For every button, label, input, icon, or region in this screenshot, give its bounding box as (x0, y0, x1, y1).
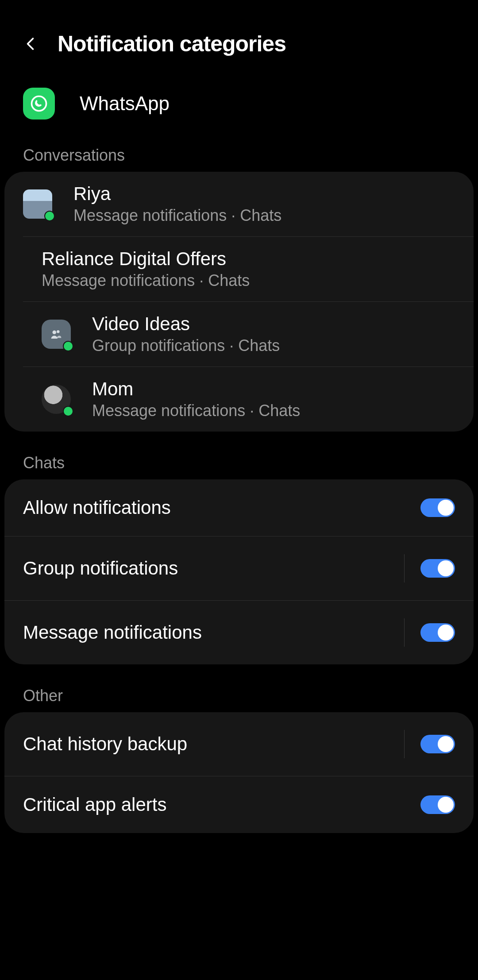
toggle-switch[interactable] (420, 559, 455, 578)
section-label-other: Other (0, 687, 478, 712)
page-title: Notification categories (58, 31, 286, 57)
setting-message-notifications[interactable]: Message notifications (4, 600, 474, 664)
whatsapp-badge-icon (44, 211, 55, 221)
toggle-switch[interactable] (420, 795, 455, 814)
avatar (42, 385, 71, 414)
conversation-subtitle: Group notifications · Chats (92, 336, 280, 355)
setting-label: Group notifications (23, 558, 178, 579)
conversations-card: Riya Message notifications · Chats Relia… (4, 172, 474, 432)
conversation-subtitle: Message notifications · Chats (73, 206, 281, 225)
setting-group-notifications[interactable]: Group notifications (4, 536, 474, 600)
setting-label: Critical app alerts (23, 794, 166, 815)
conversation-subtitle: Message notifications · Chats (42, 271, 250, 290)
conversation-title: Riya (73, 183, 281, 204)
app-identity-row[interactable]: WhatsApp (0, 74, 478, 146)
conversation-title: Mom (92, 378, 300, 400)
svg-point-0 (32, 96, 46, 111)
setting-label: Message notifications (23, 622, 202, 643)
separator (404, 730, 405, 758)
separator (404, 618, 405, 647)
whatsapp-badge-icon (63, 341, 73, 351)
setting-label: Chat history backup (23, 733, 187, 755)
toggle-switch[interactable] (420, 735, 455, 753)
header: Notification categories (0, 0, 478, 74)
setting-allow-notifications[interactable]: Allow notifications (4, 479, 474, 536)
avatar (42, 320, 71, 349)
section-label-chats: Chats (0, 454, 478, 479)
settings-screen: Notification categories WhatsApp Convers… (0, 0, 478, 980)
conversation-item[interactable]: Riya Message notifications · Chats (4, 172, 474, 236)
setting-chat-history-backup[interactable]: Chat history backup (4, 712, 474, 776)
conversation-item[interactable]: Mom Message notifications · Chats (23, 367, 474, 432)
svg-point-1 (53, 331, 57, 335)
whatsapp-badge-icon (63, 406, 73, 417)
chats-card: Allow notifications Group notifications … (4, 479, 474, 664)
avatar (23, 189, 52, 219)
setting-critical-app-alerts[interactable]: Critical app alerts (4, 776, 474, 833)
svg-point-2 (57, 330, 60, 333)
other-card: Chat history backup Critical app alerts (4, 712, 474, 833)
setting-label: Allow notifications (23, 497, 171, 518)
conversation-title: Video Ideas (92, 313, 280, 335)
conversation-item[interactable]: Reliance Digital Offers Message notifica… (23, 236, 474, 301)
conversation-item[interactable]: Video Ideas Group notifications · Chats (23, 301, 474, 367)
conversation-subtitle: Message notifications · Chats (92, 401, 300, 420)
conversation-title: Reliance Digital Offers (42, 248, 250, 270)
whatsapp-icon (23, 88, 55, 120)
back-icon[interactable] (22, 35, 40, 53)
section-label-conversations: Conversations (0, 146, 478, 172)
app-name: WhatsApp (80, 93, 170, 115)
toggle-switch[interactable] (420, 498, 455, 517)
separator (404, 554, 405, 583)
toggle-switch[interactable] (420, 623, 455, 642)
